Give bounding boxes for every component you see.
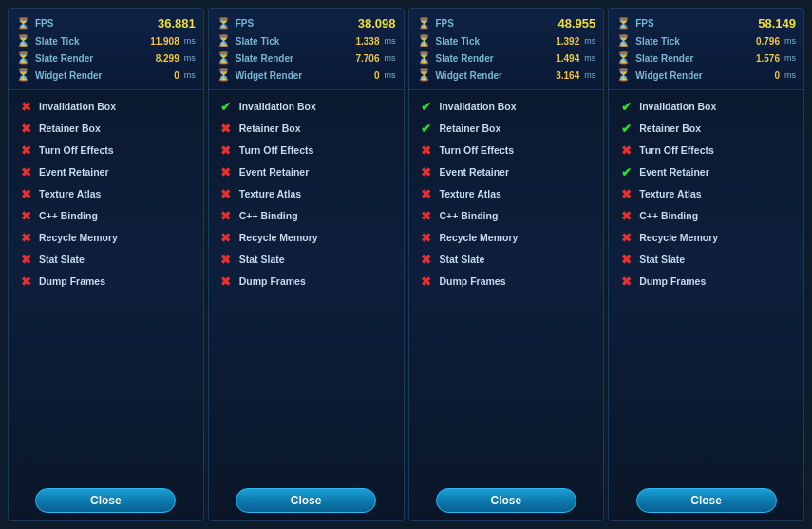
stat-row-slate_render: ⏳Slate Render8.299ms (16, 49, 196, 66)
option-row-3[interactable]: ✖Event Retainer (417, 161, 596, 182)
options-section-3: ✔Invalidation Box✔Retainer Box✖Turn Off … (409, 90, 604, 482)
option-row-4[interactable]: ✖Texture Atlas (616, 183, 796, 204)
option-row-7[interactable]: ✖Stat Slate (417, 249, 596, 270)
stat-value-slate_render: 8.299 (156, 53, 179, 64)
option-row-2[interactable]: ✖Turn Off Effects (616, 140, 796, 161)
stats-section-4: ⏳FPS58.149⏳Slate Tick0.796ms⏳Slate Rende… (609, 9, 803, 90)
stat-value-widget_render: 3.164 (556, 70, 579, 81)
option-row-7[interactable]: ✖Stat Slate (616, 249, 796, 270)
hourglass-icon: ⏳ (616, 17, 632, 30)
x-icon: ✖ (218, 208, 234, 223)
option-row-1[interactable]: ✖Retainer Box (16, 118, 196, 139)
stat-label-widget_render: Widget Render (35, 70, 170, 81)
option-row-2[interactable]: ✖Turn Off Effects (417, 140, 596, 161)
hourglass-icon: ⏳ (217, 34, 232, 47)
option-row-7[interactable]: ✖Stat Slate (217, 249, 396, 270)
option-row-3[interactable]: ✔Event Retainer (616, 161, 796, 182)
option-row-1[interactable]: ✔Retainer Box (417, 118, 596, 139)
option-row-8[interactable]: ✖Dump Frames (616, 271, 796, 292)
option-label-1: Retainer Box (239, 123, 301, 134)
panel-1: ⏳FPS36.881⏳Slate Tick11.908ms⏳Slate Rend… (8, 8, 204, 521)
x-icon: ✖ (218, 164, 234, 179)
stat-value-fps: 58.149 (758, 16, 796, 30)
option-row-5[interactable]: ✖C++ Binding (217, 205, 396, 226)
option-row-3[interactable]: ✖Event Retainer (16, 161, 196, 182)
option-label-0: Invalidation Box (39, 101, 116, 112)
option-row-5[interactable]: ✖C++ Binding (417, 205, 596, 226)
stat-label-fps: FPS (236, 18, 354, 28)
option-label-6: Recycle Memory (639, 232, 718, 243)
option-label-3: Event Retainer (39, 166, 109, 178)
option-row-1[interactable]: ✔Retainer Box (616, 118, 796, 139)
option-row-4[interactable]: ✖Texture Atlas (217, 183, 396, 204)
x-icon: ✖ (218, 186, 234, 201)
options-section-2: ✔Invalidation Box✖Retainer Box✖Turn Off … (209, 90, 404, 482)
option-row-0[interactable]: ✖Invalidation Box (16, 96, 196, 117)
x-icon: ✖ (218, 121, 234, 136)
option-row-1[interactable]: ✖Retainer Box (217, 118, 396, 139)
stat-label-slate_render: Slate Render (236, 53, 352, 64)
option-row-4[interactable]: ✖Texture Atlas (417, 183, 596, 204)
option-row-4[interactable]: ✖Texture Atlas (16, 183, 196, 204)
close-button-4[interactable]: Close (636, 488, 777, 513)
close-button-1[interactable]: Close (35, 488, 176, 513)
option-label-5: C++ Binding (39, 210, 98, 221)
hourglass-icon: ⏳ (616, 34, 632, 47)
option-row-3[interactable]: ✖Event Retainer (217, 161, 396, 182)
stat-label-slate_tick: Slate Tick (236, 36, 352, 47)
stat-row-widget_render: ⏳Widget Render0ms (16, 66, 196, 84)
option-row-7[interactable]: ✖Stat Slate (16, 249, 196, 270)
stats-section-2: ⏳FPS38.098⏳Slate Tick1.338ms⏳Slate Rende… (209, 9, 404, 90)
stat-value-slate_tick: 1.338 (355, 36, 379, 47)
option-row-0[interactable]: ✔Invalidation Box (217, 96, 396, 117)
option-label-3: Event Retainer (239, 166, 310, 178)
option-label-0: Invalidation Box (440, 101, 517, 112)
option-row-8[interactable]: ✖Dump Frames (417, 271, 596, 292)
option-row-0[interactable]: ✔Invalidation Box (417, 96, 596, 117)
x-icon: ✖ (18, 208, 33, 223)
hourglass-icon: ⏳ (616, 51, 632, 65)
option-label-1: Retainer Box (39, 123, 101, 134)
option-label-1: Retainer Box (440, 123, 501, 134)
x-icon: ✖ (18, 99, 33, 114)
x-icon: ✖ (618, 230, 633, 245)
option-row-2[interactable]: ✖Turn Off Effects (16, 140, 196, 161)
panel-4: ⏳FPS58.149⏳Slate Tick0.796ms⏳Slate Rende… (608, 8, 804, 521)
option-row-6[interactable]: ✖Recycle Memory (417, 227, 596, 248)
check-icon: ✔ (618, 121, 633, 136)
option-row-6[interactable]: ✖Recycle Memory (16, 227, 196, 248)
option-label-6: Recycle Memory (39, 232, 118, 243)
option-row-0[interactable]: ✔Invalidation Box (616, 96, 796, 117)
option-row-8[interactable]: ✖Dump Frames (16, 271, 196, 292)
stat-unit-slate_render: ms (385, 53, 396, 63)
option-label-7: Stat Slate (440, 254, 485, 265)
option-row-5[interactable]: ✖C++ Binding (616, 205, 796, 226)
x-icon: ✖ (618, 274, 633, 289)
stat-value-slate_render: 1.494 (556, 53, 579, 64)
stat-value-fps: 38.098 (358, 16, 396, 30)
close-button-3[interactable]: Close (436, 488, 576, 513)
hourglass-icon: ⏳ (616, 68, 632, 82)
option-label-6: Recycle Memory (440, 232, 519, 243)
hourglass-icon: ⏳ (217, 68, 232, 82)
option-row-6[interactable]: ✖Recycle Memory (217, 227, 396, 248)
option-label-4: Texture Atlas (39, 188, 101, 199)
stat-value-widget_render: 0 (174, 70, 179, 81)
option-label-4: Texture Atlas (639, 188, 701, 199)
option-row-8[interactable]: ✖Dump Frames (217, 271, 396, 292)
stat-unit-widget_render: ms (584, 70, 595, 80)
close-button-2[interactable]: Close (236, 488, 376, 513)
hourglass-icon: ⏳ (417, 17, 432, 30)
option-row-5[interactable]: ✖C++ Binding (16, 205, 196, 226)
option-row-6[interactable]: ✖Recycle Memory (616, 227, 796, 248)
stat-label-slate_render: Slate Render (436, 53, 553, 64)
stat-unit-widget_render: ms (784, 70, 796, 80)
stat-row-slate_render: ⏳Slate Render1.494ms (417, 49, 596, 66)
close-section-4: Close (609, 482, 803, 520)
option-label-8: Dump Frames (639, 275, 706, 287)
option-row-2[interactable]: ✖Turn Off Effects (217, 140, 396, 161)
check-icon: ✔ (419, 121, 434, 136)
stat-unit-widget_render: ms (385, 70, 396, 80)
stat-value-slate_tick: 11.908 (150, 36, 179, 47)
hourglass-icon: ⏳ (217, 17, 232, 30)
